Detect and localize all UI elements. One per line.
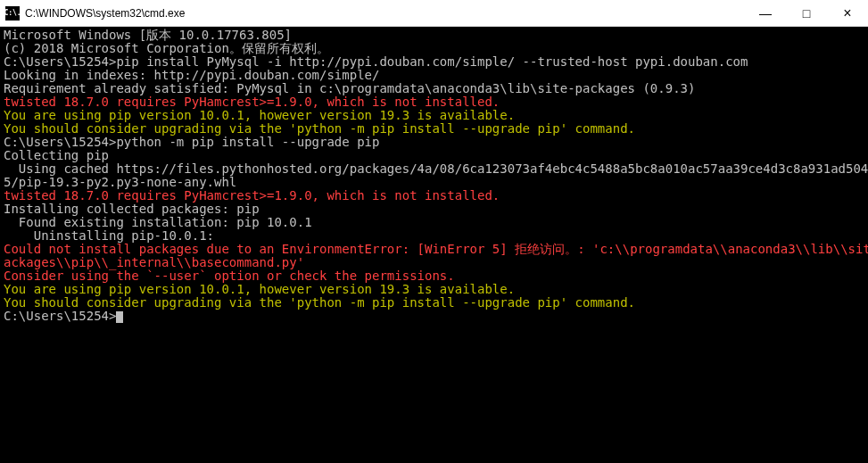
close-button[interactable]: × <box>827 0 868 26</box>
terminal-output[interactable]: Microsoft Windows [版本 10.0.17763.805](c)… <box>0 27 868 463</box>
terminal-line: C:\Users\15254>pip install PyMysql -i ht… <box>4 55 864 69</box>
cursor-icon <box>116 311 123 323</box>
terminal-line: Looking in indexes: http://pypi.douban.c… <box>4 69 864 82</box>
minimize-button[interactable]: — <box>745 0 786 26</box>
terminal-line: You should consider upgrading via the 'p… <box>4 296 864 310</box>
terminal-line: (c) 2018 Microsoft Corporation。保留所有权利。 <box>4 42 864 55</box>
terminal-line: You are using pip version 10.0.1, howeve… <box>4 109 864 122</box>
terminal-line: C:\Users\15254>python -m pip install --u… <box>4 136 864 149</box>
terminal-line: Found existing installation: pip 10.0.1 <box>4 216 864 229</box>
terminal-line: Uninstalling pip-10.0.1: <box>4 229 864 243</box>
terminal-line: Requirement already satisfied: PyMysql i… <box>4 82 864 95</box>
terminal-line: Using cached https://files.pythonhosted.… <box>4 162 864 176</box>
terminal-line: ackages\\pip\\_internal\\basecommand.py' <box>4 256 864 269</box>
maximize-button[interactable]: □ <box>786 0 827 26</box>
window-title: C:\WINDOWS\system32\cmd.exe <box>25 7 745 20</box>
app-icon: C:\. <box>5 6 20 21</box>
window-controls: — □ × <box>745 0 868 26</box>
terminal-line: Microsoft Windows [版本 10.0.17763.805] <box>4 29 864 42</box>
terminal-line: Installing collected packages: pip <box>4 203 864 216</box>
terminal-line: 5/pip-19.3-py2.py3-none-any.whl <box>4 176 864 189</box>
terminal-line: twisted 18.7.0 requires PyHamcrest>=1.9.… <box>4 95 864 109</box>
terminal-prompt: C:\Users\15254> <box>4 309 116 323</box>
window-titlebar: C:\. C:\WINDOWS\system32\cmd.exe — □ × <box>0 0 868 27</box>
terminal-line: Collecting pip <box>4 149 864 162</box>
terminal-line: You are using pip version 10.0.1, howeve… <box>4 283 864 296</box>
terminal-line: twisted 18.7.0 requires PyHamcrest>=1.9.… <box>4 189 864 203</box>
terminal-line: You should consider upgrading via the 'p… <box>4 122 864 136</box>
terminal-line: Consider using the `--user` option or ch… <box>4 269 864 283</box>
terminal-line: Could not install packages due to an Env… <box>4 243 864 256</box>
terminal-prompt-line[interactable]: C:\Users\15254> <box>4 310 864 323</box>
